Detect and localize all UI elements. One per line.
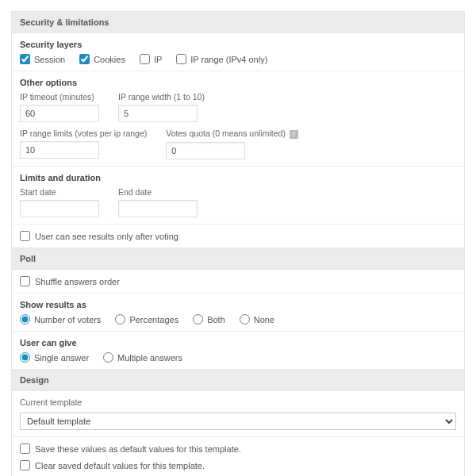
poll-header: Poll <box>12 248 464 270</box>
session-checkbox-input[interactable] <box>20 54 30 64</box>
ip-range-limits-field: IP range limits (votes per ip range) <box>20 129 147 159</box>
cookies-checkbox[interactable]: Cookies <box>79 54 125 64</box>
start-date-input[interactable] <box>20 200 99 217</box>
ip-timeout-input[interactable] <box>20 105 99 122</box>
limits-duration-section: Limits and duration Start date End date <box>12 167 464 225</box>
show-results-section: Show results as Number of voters Percent… <box>12 294 464 332</box>
end-date-label: End date <box>118 187 198 197</box>
ip-timeout-label: IP timeout (minutes) <box>20 92 99 102</box>
poll-panel: Poll Shuffle answers order Show results … <box>11 248 465 370</box>
defaults-section: Save these values as default values for … <box>12 437 464 476</box>
save-defaults-checkbox[interactable]: Save these values as default values for … <box>20 443 456 454</box>
security-header: Security & limitations <box>12 12 464 33</box>
results-both-radio[interactable]: Both <box>193 314 225 324</box>
cookies-checkbox-input[interactable] <box>79 54 90 64</box>
results-voters-label: Number of voters <box>34 315 101 324</box>
security-layers-section: Security layers Session Cookies IP IP ra… <box>12 33 464 71</box>
save-defaults-label: Save these values as default values for … <box>35 444 241 454</box>
user-can-give-head: User can give <box>20 338 456 347</box>
other-options-head: Other options <box>20 78 456 87</box>
start-date-field: Start date <box>20 187 99 217</box>
template-select[interactable]: Default template <box>20 413 456 430</box>
results-none-radio[interactable]: None <box>240 314 274 324</box>
end-date-field: End date <box>118 187 198 217</box>
session-label: Session <box>34 55 65 64</box>
cookies-label: Cookies <box>94 55 125 64</box>
results-percentages-input[interactable] <box>115 314 125 324</box>
shuffle-label: Shuffle answers order <box>35 277 120 286</box>
after-voting-section: User can see results only after voting <box>12 225 464 248</box>
ip-range-limits-input[interactable] <box>20 141 99 159</box>
shuffle-input[interactable] <box>20 276 30 286</box>
start-date-label: Start date <box>20 187 99 197</box>
after-voting-checkbox[interactable]: User can see results only after voting <box>20 231 456 241</box>
current-template-label: Current template <box>20 397 456 407</box>
ip-checkbox[interactable]: IP <box>140 54 162 64</box>
ip-range-width-field: IP range width (1 to 10) <box>118 92 205 122</box>
template-section: Current template Default template <box>12 391 464 437</box>
ip-timeout-field: IP timeout (minutes) <box>20 92 99 122</box>
multiple-answers-label: Multiple answers <box>117 353 182 363</box>
ip-range-width-input[interactable] <box>118 105 198 122</box>
session-checkbox[interactable]: Session <box>20 54 65 64</box>
results-none-label: None <box>254 315 274 324</box>
results-percentages-label: Percentages <box>129 315 178 324</box>
results-none-input[interactable] <box>240 314 250 324</box>
design-panel: Design Current template Default template… <box>11 370 465 476</box>
limits-duration-head: Limits and duration <box>20 173 456 182</box>
ip-range-width-label: IP range width (1 to 10) <box>118 92 205 102</box>
shuffle-section: Shuffle answers order <box>12 270 464 294</box>
end-date-input[interactable] <box>118 200 198 217</box>
other-options-section: Other options IP timeout (minutes) IP ra… <box>12 71 464 167</box>
shuffle-checkbox[interactable]: Shuffle answers order <box>20 276 456 286</box>
security-panel: Security & limitations Security layers S… <box>11 11 465 248</box>
ip-range-checkbox-input[interactable] <box>176 54 186 64</box>
single-answer-label: Single answer <box>34 353 89 363</box>
save-defaults-input[interactable] <box>20 443 30 454</box>
multiple-answers-input[interactable] <box>103 352 113 363</box>
clear-defaults-checkbox[interactable]: Clear saved default values for this temp… <box>20 460 456 470</box>
results-both-input[interactable] <box>193 314 203 324</box>
votes-quota-input[interactable] <box>166 142 245 159</box>
results-voters-input[interactable] <box>20 314 30 324</box>
help-icon[interactable]: ? <box>290 130 298 139</box>
clear-defaults-input[interactable] <box>20 460 30 470</box>
security-layers-head: Security layers <box>20 40 456 49</box>
after-voting-input[interactable] <box>20 231 30 241</box>
single-answer-input[interactable] <box>20 352 30 363</box>
clear-defaults-label: Clear saved default values for this temp… <box>35 461 205 470</box>
results-percentages-radio[interactable]: Percentages <box>115 314 178 324</box>
votes-quota-label: Votes quota (0 means unlimited) ? <box>166 129 298 139</box>
ip-range-label: IP range (IPv4 only) <box>190 55 267 64</box>
ip-range-checkbox[interactable]: IP range (IPv4 only) <box>176 54 267 64</box>
design-header: Design <box>12 370 464 391</box>
ip-label: IP <box>154 55 162 64</box>
ip-checkbox-input[interactable] <box>140 54 150 64</box>
votes-quota-field: Votes quota (0 means unlimited) ? <box>166 129 298 159</box>
after-voting-label: User can see results only after voting <box>35 232 178 241</box>
results-voters-radio[interactable]: Number of voters <box>20 314 101 324</box>
multiple-answers-radio[interactable]: Multiple answers <box>103 352 182 363</box>
results-both-label: Both <box>207 315 225 324</box>
single-answer-radio[interactable]: Single answer <box>20 352 89 363</box>
user-can-give-section: User can give Single answer Multiple ans… <box>12 332 464 369</box>
ip-range-limits-label: IP range limits (votes per ip range) <box>20 129 147 138</box>
show-results-head: Show results as <box>20 300 456 309</box>
